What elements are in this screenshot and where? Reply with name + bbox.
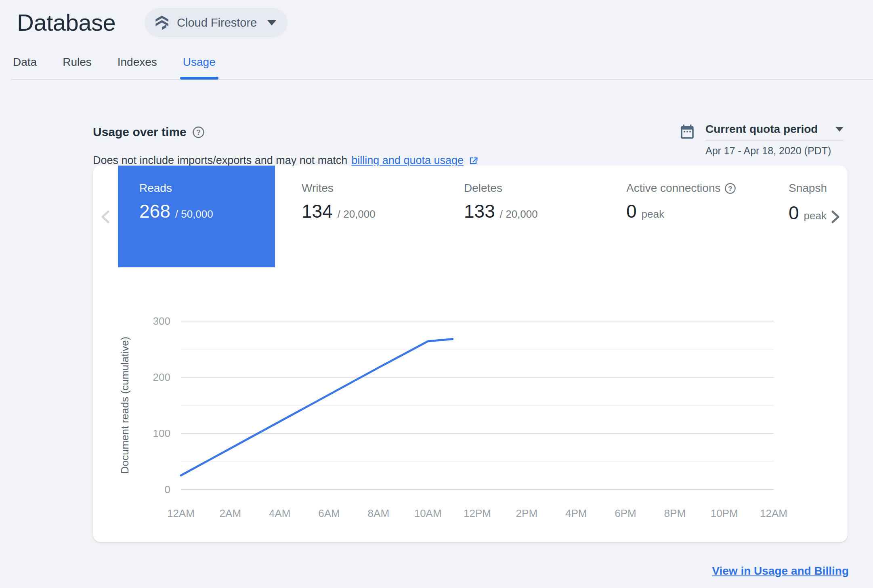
- chevron-down-icon: [267, 20, 276, 25]
- metric-card-suffix: / 20,000: [338, 208, 376, 220]
- usage-section-header: Usage over time ?: [93, 125, 205, 139]
- tab-usage[interactable]: Usage: [183, 56, 216, 73]
- usage-chart: 010020030012AM2AM4AM6AM8AM10AM12PM2PM4PM…: [93, 299, 848, 533]
- x-tick-label: 10PM: [711, 507, 738, 519]
- metric-card-suffix: peak: [642, 208, 664, 220]
- x-tick-label: 12AM: [760, 507, 787, 519]
- metric-card-value: 268: [139, 201, 170, 222]
- billing-quota-usage-link[interactable]: billing and quota usage: [351, 154, 464, 167]
- tab-indexes[interactable]: Indexes: [118, 56, 157, 73]
- external-link-icon[interactable]: [468, 155, 479, 166]
- y-tick-label: 300: [153, 315, 170, 327]
- metric-card-suffix: / 20,000: [500, 208, 538, 220]
- x-tick-label: 2PM: [516, 507, 537, 519]
- quota-period-divider: [705, 140, 844, 141]
- chevron-down-icon: [835, 127, 844, 132]
- metric-card-value: 134: [302, 201, 333, 222]
- usage-subtitle-text: Does not include imports/exports and may…: [93, 154, 347, 167]
- product-selector-label: Cloud Firestore: [177, 16, 257, 29]
- usage-over-time-title: Usage over time: [93, 125, 187, 139]
- y-tick-label: 100: [153, 427, 170, 439]
- x-tick-label: 12PM: [464, 507, 491, 519]
- view-usage-billing-link[interactable]: View in Usage and Billing: [712, 565, 849, 578]
- series-line-document-reads-cumulative-: [181, 339, 453, 475]
- product-selector[interactable]: Cloud Firestore: [145, 8, 288, 37]
- x-tick-label: 2AM: [220, 507, 241, 519]
- metric-card-value: 133: [464, 201, 495, 222]
- chevron-left-icon: [99, 206, 112, 228]
- tab-rules[interactable]: Rules: [63, 56, 92, 73]
- reads-cumulative-line-chart: 010020030012AM2AM4AM6AM8AM10AM12PM2PM4PM…: [93, 299, 848, 533]
- x-tick-label: 4AM: [269, 507, 290, 519]
- metric-card-value: 0: [626, 201, 637, 222]
- metric-card-label: Writes: [302, 182, 334, 195]
- x-tick-label: 8PM: [664, 507, 686, 519]
- metric-card-suffix: peak: [804, 210, 827, 222]
- svg-text:?: ?: [728, 185, 732, 192]
- quota-period-selector[interactable]: Current quota period Apr 17 - Apr 18, 20…: [679, 123, 844, 157]
- y-tick-label: 200: [153, 371, 170, 383]
- quota-period-label: Current quota period: [705, 123, 818, 136]
- metric-card-writes[interactable]: Writes134/ 20,000: [280, 166, 437, 267]
- page-title: Database: [17, 9, 115, 36]
- quota-period-range: Apr 17 - Apr 18, 2020 (PDT): [705, 145, 844, 157]
- svg-text:?: ?: [196, 128, 201, 136]
- calendar-icon: [679, 123, 696, 141]
- metric-card-active-connections[interactable]: Active connections?0peak: [605, 166, 762, 267]
- x-tick-label: 10AM: [414, 507, 442, 519]
- y-axis-title: Document reads (cumulative): [119, 337, 131, 474]
- x-tick-label: 12AM: [167, 507, 195, 519]
- x-tick-label: 4PM: [565, 507, 587, 519]
- x-tick-label: 6AM: [318, 507, 340, 519]
- help-icon[interactable]: ?: [724, 183, 736, 194]
- active-tab-indicator: [180, 77, 218, 80]
- help-icon[interactable]: ?: [192, 126, 205, 139]
- metric-card-label: Reads: [139, 182, 172, 195]
- y-tick-label: 0: [165, 483, 170, 496]
- tab-bar: DataRulesIndexesUsage: [13, 56, 216, 73]
- metric-card-label: Snapshot: [789, 182, 827, 195]
- quota-period-text: Current quota period Apr 17 - Apr 18, 20…: [705, 123, 844, 157]
- x-tick-label: 8AM: [368, 507, 389, 519]
- metric-card-label: Active connections?: [626, 182, 736, 195]
- cards-scroll-left-button[interactable]: [99, 206, 112, 228]
- metric-card-deletes[interactable]: Deletes133/ 20,000: [443, 166, 600, 267]
- metric-card-reads[interactable]: Reads268/ 50,000: [118, 166, 275, 267]
- tab-divider: [11, 79, 873, 80]
- chevron-right-icon: [829, 206, 842, 228]
- firestore-icon: [154, 14, 170, 32]
- usage-panel: Reads268/ 50,000Writes134/ 20,000Deletes…: [93, 166, 848, 542]
- usage-subtitle: Does not include imports/exports and may…: [93, 154, 479, 167]
- tab-data[interactable]: Data: [13, 56, 37, 73]
- metric-card-suffix: / 50,000: [175, 208, 213, 220]
- cards-scroll-right-button[interactable]: [829, 206, 842, 228]
- metric-card-label: Deletes: [464, 182, 502, 195]
- x-tick-label: 6PM: [615, 507, 636, 519]
- metric-card-value: 0: [789, 202, 799, 223]
